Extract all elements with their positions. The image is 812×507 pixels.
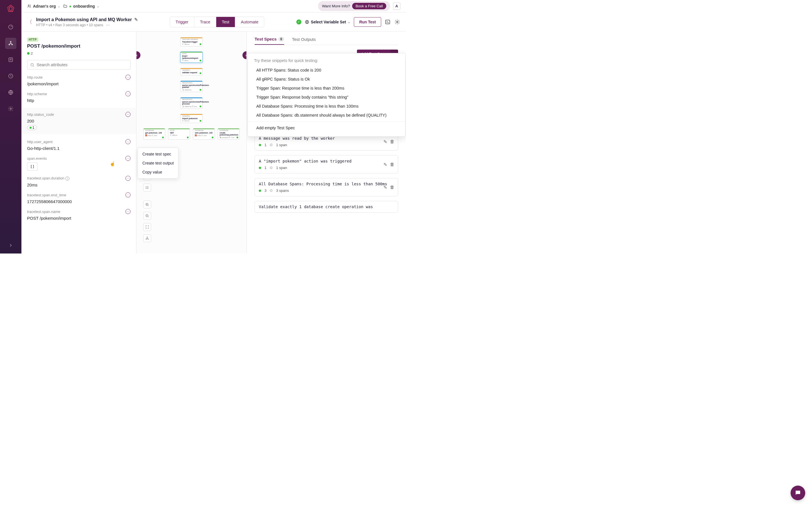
nav-tests-icon[interactable] [5,38,16,49]
folder-icon [63,4,67,8]
user-avatar[interactable]: A [393,3,400,10]
run-test-button[interactable]: Run Test [354,17,381,27]
trace-tree: TRIGGER GENERALTracetest trigger⏱ 481ms … [141,37,242,140]
nav-history-icon[interactable] [5,70,16,82]
tab-automate[interactable]: Automate [235,17,264,27]
attr-span-name: tracetest.span.name⋯ POST /pokemon/impor… [27,209,131,221]
collapse-left-button[interactable]: « [137,51,140,59]
attr-menu-button[interactable]: ⋯ [125,75,131,80]
test-title: Import a Pokemon using API and MQ Worker… [36,17,138,22]
add-empty-spec-item[interactable]: Add empty Test Spec [248,123,405,132]
span-title: POST /pokemon/import [27,43,131,49]
attr-menu-button[interactable]: ⋯ [125,112,131,117]
fullscreen-icon[interactable] [143,223,151,231]
graph-list-icon[interactable] [143,184,151,191]
variable-set-selector[interactable]: Select Variable Set ⌄ [305,20,351,24]
info-icon: i [65,177,69,180]
snippet-item[interactable]: Trigger Span: Response time is less than… [248,83,405,93]
project-crumb[interactable]: ● onboarding ⌄ [63,4,99,8]
edit-spec-icon[interactable]: ✎ [384,184,387,190]
test-specs-panel: Test Specs8 Test Outputs 8 specs passed … [246,32,406,253]
test-subtitle: HTTP • v4 • Ran 3 seconds ago • 10 spans… [36,23,138,27]
zoom-out-icon[interactable] [143,212,151,220]
trace-node-root[interactable]: TRIGGER GENERALTracetest trigger⏱ 481ms [180,37,203,47]
user-icon [27,4,31,8]
ctx-copy-value[interactable]: Copy value [138,168,178,177]
back-arrow-icon[interactable]: 〈 [27,18,32,25]
attr-menu-button[interactable]: ⋯ [125,176,131,181]
trace-node[interactable]: GENERALimport pokemon⏱ 427ms [180,114,203,123]
attr-context-menu: Create test spec Create test output Copy… [138,148,179,179]
attr-span-duration: tracetest.span.durationi⋯ 20ms [27,176,131,187]
search-icon [30,63,35,67]
nav-suites-icon[interactable] [5,54,16,65]
trace-node-leaf[interactable]: DATABASEcreate pokeshop.pokemon🐘 postgre… [218,128,240,140]
gear-icon[interactable] [394,19,400,25]
assertion-badge: 1 [27,125,37,130]
cursor-icon: ☝ [110,161,115,166]
attr-http-user-agent: http.user_agent⋯ Go-http-client/1.1 [27,139,131,151]
nav-settings-icon[interactable] [5,103,16,114]
trace-node-leaf[interactable]: HTTPGET⏱ 383ms [168,128,190,140]
spec-card[interactable]: Validate exactly 1 database create opera… [255,201,398,213]
edit-spec-icon[interactable]: ✎ [384,139,387,144]
collapse-right-button[interactable]: » [243,51,246,59]
zoom-in-icon[interactable] [143,201,151,209]
tab-test-outputs[interactable]: Test Outputs [292,37,316,45]
trace-node[interactable]: GENERALvalidate request [180,68,203,75]
tab-trigger[interactable]: Trigger [170,17,194,27]
edit-spec-icon[interactable]: ✎ [384,162,387,167]
attr-menu-button[interactable]: ⋯ [125,156,131,161]
tab-trace[interactable]: Trace [194,17,216,27]
sidebar-expand-button[interactable] [8,243,13,248]
svg-point-8 [28,5,29,6]
attr-http-route: http.route⋯ /pokemon/import [27,75,131,86]
svg-rect-4 [9,58,12,61]
trace-node-leaf[interactable]: DATABASEsetx pokemon_143🧱 redis ⏱ 1ms [193,128,215,140]
trace-node-http[interactable]: HTTPPOST /pokemon/import⏱ 20ms [180,52,203,63]
edit-title-icon[interactable]: ✎ [134,17,138,22]
delete-spec-icon[interactable]: 🗑 [390,184,395,190]
org-crumb[interactable]: Adnan's org ⌄ [27,4,60,8]
trace-node[interactable]: MESSAGINGqueue.synchronizePokemon publis… [180,80,203,92]
nav-environments-icon[interactable] [5,87,16,98]
tab-test-specs[interactable]: Test Specs8 [255,37,284,45]
search-attributes-input[interactable] [27,60,131,69]
relayout-icon[interactable] [143,234,151,242]
span-attributes-panel: HTTP POST /pokemon/import 2 http.route⋯ … [21,32,137,253]
trace-graph-panel[interactable]: « » TRIGGER GENERALTracetest trigger⏱ 48… [137,32,246,253]
tab-test[interactable]: Test [216,17,236,27]
delete-spec-icon[interactable]: 🗑 [390,162,395,167]
trace-node-leaf[interactable]: DATABASEget pokemon_143🧱 redis ⏱ 2ms [143,128,165,140]
ctx-create-test-spec[interactable]: Create test spec [138,150,178,159]
delete-spec-icon[interactable]: 🗑 [390,139,395,144]
attr-menu-button[interactable]: ⋯ [125,139,131,144]
spec-card[interactable]: All Database Spans: Processing time is l… [255,178,398,196]
globe-icon [305,20,309,24]
attr-http-scheme: http.scheme⋯ http [27,91,131,103]
ctx-create-test-output[interactable]: Create test output [138,159,178,168]
test-header: 〈 Import a Pokemon using API and MQ Work… [21,12,406,32]
attr-span-end-time: tracetest.span.end_time⋯ 172725580664700… [27,192,131,204]
info-pill: Want More Info? Book a Free Call [318,1,390,11]
attr-menu-button[interactable]: ⋯ [125,91,131,96]
snippet-item[interactable]: All HTTP Spans: Status code is 200 [248,66,405,75]
attr-menu-button[interactable]: ⋯ [125,192,131,198]
snippet-item[interactable]: All gRPC Spans: Status is Ok [248,75,405,83]
svg-point-1 [10,41,11,42]
snippet-item[interactable]: All Database Spans: Processing time is l… [248,102,405,111]
svg-point-18 [146,188,146,189]
snippet-item[interactable]: Trigger Span: Response body contains "th… [248,93,405,102]
svg-point-12 [31,63,34,66]
console-icon[interactable] [385,19,391,25]
snippet-item[interactable]: All Database Spans: db.statement should … [248,111,405,120]
svg-point-16 [146,186,146,187]
spec-card[interactable]: A "import pokemon" action was triggered … [255,155,398,173]
status-dot: ● [69,4,71,8]
span-pass-count: 2 [27,51,131,55]
nav-dashboard-icon[interactable] [5,21,16,33]
trace-node[interactable]: MESSAGINGqueue.synchronizePokemon proces… [180,97,203,109]
book-call-button[interactable]: Book a Free Call [352,3,386,9]
svg-point-7 [10,108,11,110]
attr-menu-button[interactable]: ⋯ [125,209,131,214]
